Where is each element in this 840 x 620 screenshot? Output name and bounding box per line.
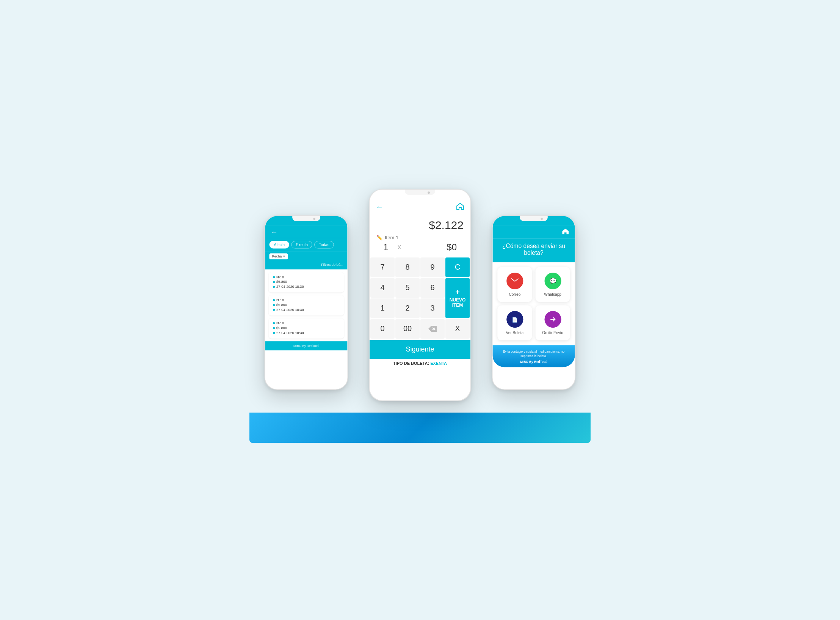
date-chevron: ▾	[283, 254, 285, 258]
left-back-arrow[interactable]: ←	[271, 228, 277, 236]
qty-price-row: 1 x $0	[376, 242, 464, 255]
tipo-value: EXENTA	[430, 361, 447, 366]
send-title: ¿Cómo desea enviar su boleta?	[492, 238, 575, 262]
key-1[interactable]: 1	[370, 298, 395, 318]
option-ver-boleta[interactable]: 📄 Ver Boleta	[497, 305, 532, 340]
numpad: 7 8 9 C 4 5 6 + NUEVOITEM 1 2 3 0 00	[370, 257, 470, 339]
center-top-nav: ←	[370, 200, 470, 214]
ver-boleta-label: Ver Boleta	[506, 330, 524, 334]
option-whatsapp[interactable]: 💬 Whatsapp	[536, 267, 570, 302]
key-9[interactable]: 9	[420, 257, 445, 277]
wave-text: Evita contagio y cuida al medioambiente,…	[498, 349, 569, 359]
whatsapp-icon: 💬	[544, 272, 561, 289]
correo-label: Correo	[509, 292, 520, 296]
record-3-date: 27-04-2020 18:30	[273, 331, 340, 334]
right-top-nav	[492, 226, 575, 238]
record-3-amount: $5.800	[273, 326, 340, 330]
center-back-arrow[interactable]: ←	[376, 202, 383, 211]
key-7[interactable]: 7	[370, 257, 395, 277]
dot-icon	[273, 322, 275, 324]
dot-icon	[273, 326, 275, 329]
item-name: Item 1	[385, 235, 464, 240]
send-options-grid: Correo 💬 Whatsapp	[492, 262, 575, 345]
right-status-bar	[492, 216, 575, 226]
left-top-nav: ←	[265, 226, 347, 238]
option-correo[interactable]: Correo	[497, 267, 532, 302]
key-x[interactable]: X	[445, 319, 470, 339]
key-5[interactable]: 5	[395, 278, 420, 298]
tipo-boleta-bar: TIPO DE BOLETA: EXENTA	[370, 359, 470, 368]
record-card-3: Nº: 8 $5.800 27-04-2020 18:30	[269, 318, 344, 338]
key-6[interactable]: 6	[420, 278, 445, 298]
dot-icon	[273, 309, 275, 311]
search-label: Filtros de bú...	[321, 263, 343, 267]
option-omitir[interactable]: Omitir Envío	[536, 305, 570, 340]
record-card-2: Nº: 8 $5.800 27-04-2020 18:30	[269, 295, 344, 315]
key-8[interactable]: 8	[395, 257, 420, 277]
center-status-bar	[370, 190, 470, 200]
key-00[interactable]: 00	[395, 319, 420, 339]
date-badge[interactable]: Fecha ▾	[269, 253, 288, 259]
record-2-number: Nº: 8	[273, 298, 340, 302]
key-c[interactable]: C	[445, 257, 470, 277]
date-label: Fecha	[272, 254, 282, 258]
right-home-icon[interactable]	[562, 228, 569, 236]
dot-icon	[273, 299, 275, 301]
nuevo-plus-icon: +	[455, 288, 460, 297]
record-2-date: 27-04-2020 18:30	[273, 308, 340, 311]
right-phone: ¿Cómo desea enviar su boleta? Correo	[492, 215, 576, 390]
key-4[interactable]: 4	[370, 278, 395, 298]
price-input-display: $0	[405, 242, 457, 253]
dot-icon	[273, 281, 275, 283]
tab-exenta[interactable]: Exenta	[291, 241, 312, 248]
key-3[interactable]: 3	[420, 298, 445, 318]
left-footer: MIBO By RedTotal	[265, 341, 347, 350]
key-2[interactable]: 2	[395, 298, 420, 318]
item-row: ✏️ Item 1	[370, 233, 470, 242]
svg-text:💬: 💬	[549, 278, 556, 284]
nuevo-item-label: NUEVOITEM	[450, 297, 466, 308]
right-footer: MIBO By RedTotal	[498, 360, 569, 363]
tab-todas[interactable]: Todas	[315, 241, 334, 248]
left-filter-tabs: Afecta Exenta Todas	[265, 238, 347, 251]
tab-afecta[interactable]: Afecta	[269, 241, 289, 248]
left-date-filter: Fecha ▾	[265, 251, 347, 262]
record-3-number: Nº: 8	[273, 321, 340, 325]
send-title-text: ¿Cómo desea enviar su boleta?	[502, 242, 565, 256]
boleta-icon: 📄	[506, 311, 523, 328]
pencil-icon: ✏️	[376, 235, 382, 240]
price-display: $2.122	[370, 214, 470, 233]
whatsapp-label: Whatsapp	[544, 292, 561, 296]
record-1-date: 27-04-2020 18:30	[273, 285, 340, 289]
dot-icon	[273, 276, 275, 278]
omitir-icon	[544, 311, 561, 328]
siguiente-button[interactable]: Siguiente	[370, 340, 470, 359]
email-icon	[506, 272, 523, 289]
left-footer-text: MIBO By RedTotal	[293, 344, 319, 347]
center-phone: ← $2.122 ✏️ Item 1 1 x $0	[369, 189, 471, 401]
omitir-label: Omitir Envío	[542, 330, 563, 334]
key-backspace[interactable]	[420, 319, 445, 339]
right-bottom-wave: Evita contagio y cuida al medioambiente,…	[492, 345, 575, 367]
left-phone: ← Afecta Exenta Todas Fecha ▾ Filtros de…	[265, 215, 348, 390]
key-0[interactable]: 0	[370, 319, 395, 339]
record-card-1: Nº: 8 $5.800 27-04-2020 18:30	[269, 272, 344, 292]
dot-icon	[273, 304, 275, 306]
record-1-number: Nº: 8	[273, 275, 340, 279]
dot-icon	[273, 331, 275, 334]
multiply-symbol: x	[398, 243, 401, 251]
record-1-amount: $5.800	[273, 280, 340, 284]
svg-text:📄: 📄	[512, 317, 518, 323]
key-nuevo-item[interactable]: + NUEVOITEM	[445, 278, 470, 318]
record-2-amount: $5.800	[273, 303, 340, 306]
dot-icon	[273, 286, 275, 288]
left-records-list: Nº: 8 $5.800 27-04-2020 18:30 N	[265, 269, 347, 341]
quantity-display: 1	[383, 242, 394, 253]
left-status-bar	[265, 216, 347, 226]
center-home-icon[interactable]	[456, 202, 464, 212]
tipo-label: TIPO DE BOLETA:	[393, 361, 429, 366]
left-search-bar: Filtros de bú...	[265, 263, 347, 269]
